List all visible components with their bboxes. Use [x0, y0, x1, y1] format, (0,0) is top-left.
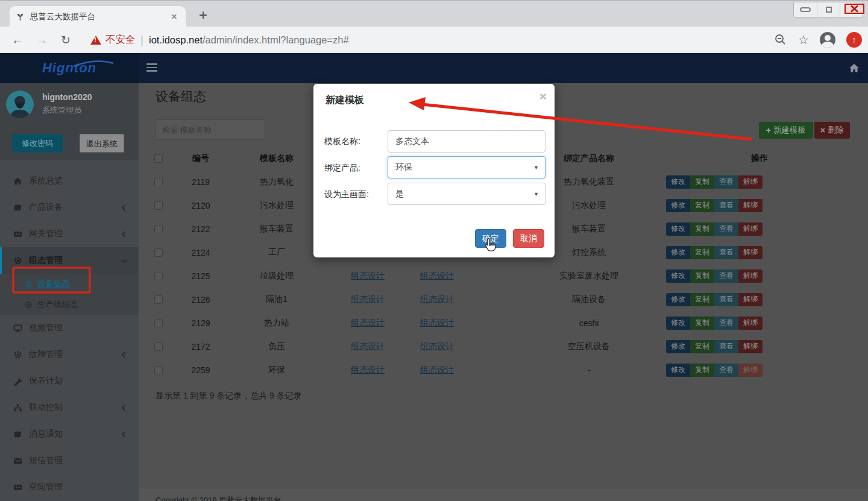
- forward-button[interactable]: →: [31, 27, 52, 53]
- row-actions: 修改 复制 查看 解绑: [666, 199, 763, 212]
- table-row: 2125 垃圾处理 组态设计 组态设计 实验室废水处理 修改 复制 查看 解绑: [139, 264, 868, 288]
- edit-button[interactable]: 修改: [666, 246, 690, 259]
- unbind-button[interactable]: 解绑: [738, 175, 763, 189]
- cancel-button[interactable]: 取消: [513, 229, 544, 248]
- select-all-checkbox[interactable]: [154, 154, 163, 163]
- chevron-down-icon: [122, 257, 128, 263]
- sidebar-item-notifications[interactable]: 消息通知: [0, 421, 139, 447]
- copy-button[interactable]: 复制: [690, 199, 714, 212]
- sidebar-item-gateway[interactable]: 网关管理: [0, 221, 139, 247]
- edit-button[interactable]: 修改: [666, 175, 690, 189]
- logout-button[interactable]: 退出系统: [80, 134, 124, 153]
- confirm-button[interactable]: 确定: [475, 229, 506, 248]
- copy-button[interactable]: 复制: [690, 269, 714, 283]
- address-bar[interactable]: iot.idosp.net/admin/index.html?language=…: [149, 27, 349, 53]
- row-checkbox[interactable]: [154, 295, 163, 304]
- new-tab-button[interactable]: +: [194, 7, 212, 25]
- config-design-link-2[interactable]: 组态设计: [395, 358, 479, 382]
- config-design-link-2[interactable]: 组态设计: [395, 335, 479, 358]
- unbind-button[interactable]: 解绑: [738, 269, 763, 283]
- sidebar-item-sms[interactable]: 短信管理: [0, 447, 139, 474]
- sidebar-item-maintenance[interactable]: 保养计划: [0, 368, 139, 394]
- window-minimize-button[interactable]: [794, 2, 817, 17]
- unbind-button[interactable]: 解绑: [738, 364, 763, 377]
- window-restore-button[interactable]: [817, 2, 840, 17]
- unbind-button[interactable]: 解绑: [738, 199, 763, 212]
- zoom-out-icon[interactable]: [774, 33, 787, 46]
- browser-update-icon[interactable]: ↑: [846, 32, 862, 48]
- config-design-link-2[interactable]: 组态设计: [395, 311, 479, 335]
- sidebar-toggle-button[interactable]: [146, 63, 157, 72]
- back-button[interactable]: ←: [7, 27, 28, 53]
- view-button[interactable]: 查看: [714, 175, 738, 189]
- copy-button[interactable]: 复制: [690, 364, 714, 377]
- row-checkbox[interactable]: [154, 319, 163, 327]
- unbind-button[interactable]: 解绑: [738, 317, 763, 330]
- sidebar-item-system-overview[interactable]: 系统总览: [0, 168, 139, 194]
- delete-button[interactable]: ×删除: [814, 122, 850, 139]
- copy-button[interactable]: 复制: [690, 222, 714, 236]
- sidebar-item-device-config[interactable]: 设备组态: [0, 274, 139, 294]
- edit-button[interactable]: 修改: [666, 269, 690, 283]
- unbind-button[interactable]: 解绑: [738, 340, 763, 353]
- unbind-button[interactable]: 解绑: [738, 222, 763, 236]
- view-button[interactable]: 查看: [714, 222, 738, 236]
- modal-title: 新建模板: [326, 94, 364, 107]
- row-id: 2119: [169, 170, 233, 194]
- edit-button[interactable]: 修改: [666, 199, 690, 212]
- browser-tab[interactable]: 思普云大数据平台 ×: [10, 6, 186, 27]
- edit-button[interactable]: 修改: [666, 222, 690, 236]
- reload-button[interactable]: ↻: [55, 27, 76, 53]
- sidebar-item-video[interactable]: 视频管理: [0, 315, 139, 341]
- window-close-button[interactable]: ×: [840, 2, 863, 17]
- row-checkbox[interactable]: [154, 342, 163, 351]
- sidebar-item-space[interactable]: 空间管理: [0, 474, 139, 500]
- bookmark-star-icon[interactable]: ☆: [798, 33, 809, 47]
- view-button[interactable]: 查看: [714, 364, 738, 377]
- row-checkbox[interactable]: [154, 248, 163, 257]
- edit-button[interactable]: 修改: [666, 340, 690, 353]
- app-logo[interactable]: Hignton: [0, 53, 139, 83]
- copy-button[interactable]: 复制: [690, 340, 714, 353]
- modal-close-icon[interactable]: ×: [539, 90, 547, 102]
- view-button[interactable]: 查看: [714, 293, 738, 306]
- copy-button[interactable]: 复制: [690, 246, 714, 259]
- bind-product-select[interactable]: 环保 ▼: [388, 156, 546, 178]
- tab-close-icon[interactable]: ×: [169, 11, 180, 23]
- row-checkbox[interactable]: [154, 201, 163, 210]
- sidebar-item-product-devices[interactable]: 产品设备: [0, 194, 139, 221]
- row-checkbox[interactable]: [154, 272, 163, 280]
- sidebar-item-fault[interactable]: 故障管理: [0, 341, 139, 368]
- home-icon[interactable]: [849, 63, 860, 74]
- sidebar-item-linkage[interactable]: 联动控制: [0, 394, 139, 421]
- view-button[interactable]: 查看: [714, 317, 738, 330]
- copy-button[interactable]: 复制: [690, 293, 714, 306]
- app-top-navbar: Hignton: [0, 53, 868, 83]
- chevron-left-icon: [122, 204, 128, 210]
- edit-button[interactable]: 修改: [666, 293, 690, 306]
- search-input[interactable]: [156, 119, 265, 140]
- view-button[interactable]: 查看: [714, 199, 738, 212]
- edit-button[interactable]: 修改: [666, 317, 690, 330]
- unbind-button[interactable]: 解绑: [738, 246, 763, 259]
- template-name-input[interactable]: [388, 130, 546, 153]
- main-screen-select[interactable]: 是 ▼: [388, 183, 546, 205]
- row-checkbox[interactable]: [154, 225, 163, 233]
- edit-button[interactable]: 修改: [666, 364, 690, 377]
- view-button[interactable]: 查看: [714, 340, 738, 353]
- sidebar-item-production-line-config[interactable]: 生产线组态: [0, 294, 139, 315]
- browser-profile-icon[interactable]: [820, 32, 835, 48]
- unbind-button[interactable]: 解绑: [738, 293, 763, 306]
- row-checkbox[interactable]: [154, 178, 163, 186]
- copy-button[interactable]: 复制: [690, 317, 714, 330]
- security-warning[interactable]: 不安全: [90, 27, 136, 53]
- config-design-link-2[interactable]: 组态设计: [395, 288, 479, 311]
- row-checkbox[interactable]: [154, 366, 163, 374]
- config-design-link-2[interactable]: 组态设计: [395, 264, 479, 288]
- change-password-button[interactable]: 修改密码: [12, 134, 63, 153]
- view-button[interactable]: 查看: [714, 246, 738, 259]
- view-button[interactable]: 查看: [714, 269, 738, 283]
- new-template-button[interactable]: +新建模板: [759, 122, 813, 139]
- copy-button[interactable]: 复制: [690, 175, 714, 189]
- sidebar-item-config-management[interactable]: 组态管理: [0, 247, 139, 274]
